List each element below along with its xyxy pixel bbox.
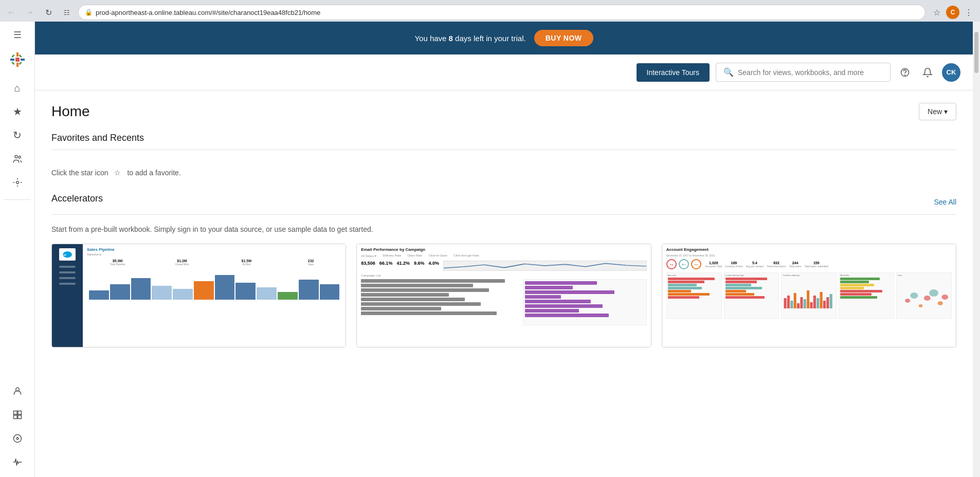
more-menu-button[interactable]: ⋮ [961,5,976,20]
browser-actions: ☆ C ⋮ [930,5,976,20]
notifications-button[interactable] [919,64,936,81]
new-button-label: New ▾ [928,107,948,116]
favorites-empty-suffix: to add a favorite. [127,169,180,177]
email-scatter-section [523,279,647,325]
sales-mini-chart [87,269,341,300]
tableau-logo[interactable] [8,50,27,69]
sidebar-item-home[interactable]: ⌂ [7,77,28,99]
metric-2: $1.2M Closed Won [151,259,212,266]
card-email-preview: Email Performance by Campaign All Status… [357,244,650,347]
favorites-empty-state: Click the star icon ☆ to add a favorite. [51,160,956,193]
star-icon-outline: ☆ [114,169,121,177]
card-acct-dates: December 15, 2017 to November 30, 2021 [666,254,952,257]
favorites-section: Favorites and Recents Click the star ico… [51,133,956,193]
card-sales-layout: sf Sales Pipeline [52,244,346,347]
favorites-empty-prefix: Click the star icon [51,169,108,177]
forward-button[interactable]: → [23,5,37,20]
outer-scrollbar [973,22,980,477]
see-all-link[interactable]: See All [934,198,956,206]
interactive-tours-button[interactable]: Interactive Tours [637,63,710,82]
card-account-engagement[interactable]: Account Engagement December 15, 2017 to … [662,244,956,347]
svg-point-46 [938,301,943,305]
email-filter-row: All Status ▾ Delivery Rate Open Rate Cli… [361,254,646,258]
svg-point-43 [919,304,923,307]
page-header: Home New ▾ [51,103,956,120]
svg-point-10 [19,156,21,158]
help-button[interactable] [897,64,913,81]
page-body: Home New ▾ Favorites and Recents Click t… [35,90,973,360]
sidebar-divider [4,199,31,200]
svg-rect-39 [827,297,829,308]
sidebar-item-favorites[interactable]: ★ [7,101,28,122]
svg-rect-4 [11,54,14,58]
sidebar-item-bar-2 [59,271,76,273]
svg-rect-32 [804,299,806,308]
sidebar-item-recents[interactable]: ↻ [7,124,28,146]
browser-profile-circle[interactable]: C [946,6,959,19]
sidebar-item-shared[interactable] [7,148,28,170]
svg-rect-34 [810,302,813,308]
svg-point-47 [941,295,948,300]
search-input[interactable] [738,68,883,77]
svg-point-42 [910,292,918,299]
top-nav: Interactive Tours 🔍 CK [35,54,973,90]
card-email-performance[interactable]: Email Performance by Campaign All Status… [356,244,651,347]
acct-key-numbers: 1,026 Accounts Total 189 Contacts Active [705,261,828,268]
acct-timeline-chart: Timeline of Activity [781,272,837,319]
svg-rect-33 [807,290,809,308]
svg-point-41 [905,299,910,303]
sidebar-item-bar-3 [59,277,76,279]
tab-icon-button[interactable]: ☷ [60,5,74,20]
circle-low: Low [691,259,701,269]
svg-rect-3 [21,59,25,61]
accelerators-description: Start from a pre-built workbook. Simply … [51,225,956,233]
metric-4: 232 Opps [280,259,341,266]
star-bookmark-button[interactable]: ☆ [930,5,944,20]
search-bar[interactable]: 🔍 [716,63,891,82]
accelerators-section: Accelerators See All Start from a pre-bu… [51,193,956,347]
sidebar-item-profile[interactable] [7,380,28,402]
sidebar-toggle[interactable]: ☰ [8,26,27,44]
new-button[interactable]: New ▾ [919,103,956,120]
svg-rect-6 [19,54,22,58]
card-sales-sidebar: sf [52,244,83,347]
card-metrics: $5.9M Total Pipeline $1.2M Closed Won [87,259,341,266]
buy-now-button[interactable]: BUY NOW [534,30,593,46]
svg-point-21 [13,435,21,443]
user-avatar[interactable]: CK [942,63,960,82]
sidebar-item-pulse[interactable] [7,451,28,473]
svg-rect-31 [801,297,803,308]
acct-hour-chart: Hour [896,272,952,319]
card-sales-pipeline[interactable]: sf Sales Pipeline [51,244,346,347]
reload-button[interactable]: ↻ [41,5,56,20]
sidebar-item-grid[interactable] [7,404,28,426]
sidebar-item-explore[interactable] [7,428,28,449]
left-sidebar: ☰ ⌂ ★ ↻ [0,22,35,477]
page-title: Home [51,103,90,120]
favorites-section-title: Favorites and Recents [51,133,956,143]
card-acct-preview: Account Engagement December 15, 2017 to … [662,244,956,347]
accelerators-title: Accelerators [51,193,103,204]
card-email-layout: Email Performance by Campaign All Status… [357,244,650,347]
svg-rect-8 [15,58,20,62]
circle-top: Top [666,259,677,269]
campaign-list-label: Campaign List [361,274,646,277]
sidebar-item-recommendations[interactable] [7,172,28,193]
favorites-divider [51,150,956,150]
sidebar-bottom [7,380,28,473]
address-bar[interactable]: 🔒 prod-apnortheast-a.online.tableau.com/… [78,5,925,20]
browser-chrome: ← → ↻ ☷ 🔒 prod-apnortheast-a.online.tabl… [0,0,980,22]
back-button[interactable]: ← [4,5,19,20]
svg-rect-29 [794,293,796,308]
accelerators-divider [51,214,956,215]
svg-rect-2 [10,59,14,61]
card-email-title: Email Performance by Campaign [361,247,646,252]
acct-charts-row: Accounts [666,272,952,319]
sidebar-item-bar-4 [59,283,76,285]
svg-rect-19 [13,415,17,419]
svg-rect-28 [791,301,793,308]
scrollbar-thumb[interactable] [974,32,978,73]
salesforce-logo: sf [59,248,76,261]
url-text: prod-apnortheast-a.online.tableau.com/#/… [96,9,919,16]
accelerators-header: Accelerators See All [51,193,956,210]
